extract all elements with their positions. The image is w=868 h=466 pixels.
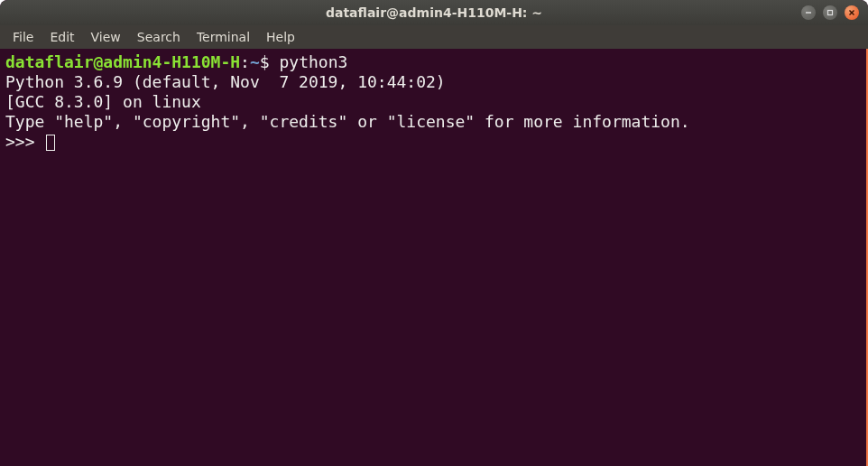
text-cursor: [46, 135, 55, 151]
menu-edit[interactable]: Edit: [42, 28, 81, 46]
menu-view[interactable]: View: [84, 28, 128, 46]
output-line: Type "help", "copyright", "credits" or "…: [5, 112, 690, 131]
close-icon: [848, 9, 855, 16]
output-line: Python 3.6.9 (default, Nov 7 2019, 10:44…: [5, 72, 456, 91]
menu-file[interactable]: File: [5, 28, 41, 46]
prompt-dollar: $: [260, 52, 270, 71]
prompt-separator: :: [240, 52, 250, 71]
menu-help[interactable]: Help: [259, 28, 302, 46]
entered-command: python3: [279, 52, 347, 71]
minimize-icon: [805, 9, 812, 16]
menu-search[interactable]: Search: [130, 28, 188, 46]
maximize-icon: [826, 9, 834, 16]
minimize-button[interactable]: [801, 5, 816, 20]
prompt-user-host: dataflair@admin4-H110M-H: [5, 52, 240, 71]
terminal-area[interactable]: dataflair@admin4-H110M-H:~$ python3 Pyth…: [0, 49, 868, 466]
output-line: [GCC 8.3.0] on linux: [5, 92, 201, 111]
svg-rect-1: [828, 11, 833, 15]
window-controls: [801, 5, 868, 20]
prompt-path: ~: [250, 52, 260, 71]
menubar: File Edit View Search Terminal Help: [0, 25, 868, 49]
repl-prompt: >>>: [5, 132, 44, 151]
maximize-button[interactable]: [823, 5, 837, 20]
terminal-window: dataflair@admin4-H110M-H: ~ File Edit Vi…: [0, 0, 868, 466]
titlebar[interactable]: dataflair@admin4-H110M-H: ~: [0, 0, 868, 25]
menu-terminal[interactable]: Terminal: [189, 28, 257, 46]
window-title: dataflair@admin4-H110M-H: ~: [0, 5, 868, 20]
close-button[interactable]: [845, 5, 859, 20]
